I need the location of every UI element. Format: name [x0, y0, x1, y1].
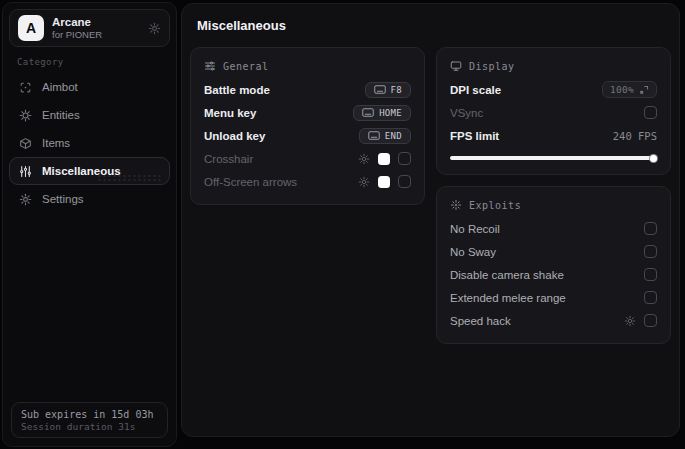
- keybind-value: F8: [391, 85, 402, 95]
- setting-row-crosshair: Crosshair: [204, 147, 411, 170]
- color-swatch[interactable]: [378, 153, 390, 165]
- keyboard-icon: [374, 85, 386, 94]
- sidebar-item-aimbot[interactable]: Aimbot: [9, 73, 170, 101]
- gear-icon: [19, 193, 32, 206]
- setting-row-unload-key: Unload key END: [204, 124, 411, 147]
- exploits-header: Exploits: [450, 196, 657, 214]
- general-header: General: [204, 57, 411, 75]
- setting-row-dpi-scale: DPI scale 100%: [450, 78, 657, 101]
- setting-label: Unload key: [204, 130, 265, 142]
- scale-icon: [639, 85, 649, 95]
- gear-icon[interactable]: [358, 153, 370, 165]
- main-panel: Miscellaneous General Battle mode F8: [181, 3, 680, 437]
- exploits-panel: Exploits No Recoil No Sway Disable camer…: [436, 186, 671, 344]
- setting-label: FPS limit: [450, 130, 499, 142]
- general-panel: General Battle mode F8 Menu key HOME: [190, 47, 425, 205]
- sidebar-item-label: Aimbot: [42, 81, 78, 93]
- sidebar-item-label: Settings: [42, 193, 84, 205]
- app-subtitle: for PIONER: [52, 29, 140, 41]
- setting-row-battle-mode: Battle mode F8: [204, 78, 411, 101]
- row-controls: [358, 175, 411, 188]
- exploits-header-label: Exploits: [469, 200, 521, 211]
- setting-label: Speed hack: [450, 315, 511, 327]
- color-swatch[interactable]: [378, 176, 390, 188]
- app-logo: A: [18, 15, 44, 41]
- setting-label: No Recoil: [450, 223, 500, 235]
- setting-label: Disable camera shake: [450, 269, 564, 281]
- fps-limit-value: 240 FPS: [613, 130, 657, 142]
- keybind-chip[interactable]: F8: [365, 82, 411, 98]
- setting-row-disable-camera-shake: Disable camera shake: [450, 263, 657, 286]
- sidebar-nav: Aimbot Entities Items Miscellaneous: [9, 73, 170, 213]
- app-titles: Arcane for PIONER: [52, 15, 140, 41]
- category-label: Category: [17, 57, 64, 67]
- setting-row-menu-key: Menu key HOME: [204, 101, 411, 124]
- setting-label: No Sway: [450, 246, 496, 258]
- setting-row-no-recoil: No Recoil: [450, 217, 657, 240]
- no-sway-checkbox[interactable]: [644, 245, 657, 258]
- setting-label: DPI scale: [450, 84, 501, 96]
- radiation-icon: [450, 199, 462, 211]
- display-panel: Display DPI scale 100% VSync: [436, 47, 671, 175]
- setting-row-speed-hack: Speed hack: [450, 309, 657, 332]
- crosshair-checkbox[interactable]: [398, 152, 411, 165]
- app-window: A Arcane for PIONER Category Aimbot: [0, 0, 685, 449]
- no-recoil-checkbox[interactable]: [644, 222, 657, 235]
- fps-limit-slider[interactable]: [450, 153, 657, 163]
- disable-camera-shake-checkbox[interactable]: [644, 268, 657, 281]
- right-column: Display DPI scale 100% VSync: [436, 47, 671, 344]
- display-header: Display: [450, 57, 657, 75]
- app-title: Arcane: [52, 15, 140, 29]
- session-duration-text: Session duration 31s: [21, 421, 158, 432]
- display-header-label: Display: [469, 61, 515, 72]
- sub-expiry-text: Sub expires in 15d 03h: [21, 409, 158, 420]
- sidebar-item-items[interactable]: Items: [9, 129, 170, 157]
- setting-label: Off-Screen arrows: [204, 176, 297, 188]
- setting-row-no-sway: No Sway: [450, 240, 657, 263]
- gear-icon[interactable]: [624, 315, 636, 327]
- slider-knob[interactable]: [649, 154, 658, 163]
- slider-track: [450, 156, 657, 160]
- setting-row-extended-melee-range: Extended melee range: [450, 286, 657, 309]
- sidebar-item-entities[interactable]: Entities: [9, 101, 170, 129]
- setting-label: VSync: [450, 107, 483, 119]
- setting-label: Crosshair: [204, 153, 253, 165]
- setting-row-offscreen-arrows: Off-Screen arrows: [204, 170, 411, 193]
- setting-row-vsync: VSync: [450, 101, 657, 124]
- app-header: A Arcane for PIONER: [9, 9, 170, 47]
- tune-icon: [204, 60, 216, 72]
- vsync-checkbox[interactable]: [644, 106, 657, 119]
- speed-hack-checkbox[interactable]: [644, 314, 657, 327]
- setting-label: Extended melee range: [450, 292, 566, 304]
- gear-icon[interactable]: [358, 176, 370, 188]
- keyboard-icon: [368, 131, 380, 140]
- scan-icon: [19, 81, 32, 94]
- cube-icon: [19, 137, 32, 150]
- app-logo-letter: A: [26, 20, 36, 36]
- keybind-value: END: [385, 131, 402, 141]
- page-title: Miscellaneous: [197, 18, 671, 33]
- keybind-chip[interactable]: HOME: [353, 105, 411, 121]
- sidebar-item-miscellaneous[interactable]: Miscellaneous: [9, 157, 170, 185]
- offscreen-arrows-checkbox[interactable]: [398, 175, 411, 188]
- sidebar-item-label: Items: [42, 137, 70, 149]
- general-header-label: General: [223, 61, 269, 72]
- monitor-icon: [450, 60, 462, 72]
- dots-decoration: [97, 174, 161, 181]
- sidebar: A Arcane for PIONER Category Aimbot: [2, 2, 177, 447]
- keybind-chip[interactable]: END: [359, 128, 411, 144]
- sidebar-item-label: Entities: [42, 109, 80, 121]
- dpi-scale-chip[interactable]: 100%: [602, 81, 657, 98]
- extended-melee-range-checkbox[interactable]: [644, 291, 657, 304]
- gear-icon[interactable]: [148, 22, 161, 35]
- setting-label: Battle mode: [204, 84, 270, 96]
- keyboard-icon: [362, 108, 374, 117]
- keybind-value: HOME: [379, 108, 402, 118]
- dpi-value: 100%: [610, 84, 634, 95]
- setting-row-fps-limit: FPS limit 240 FPS: [450, 124, 657, 147]
- setting-label: Menu key: [204, 107, 256, 119]
- sidebar-item-settings[interactable]: Settings: [9, 185, 170, 213]
- row-controls: [358, 152, 411, 165]
- virus-icon: [19, 109, 32, 122]
- sliders-icon: [19, 165, 32, 178]
